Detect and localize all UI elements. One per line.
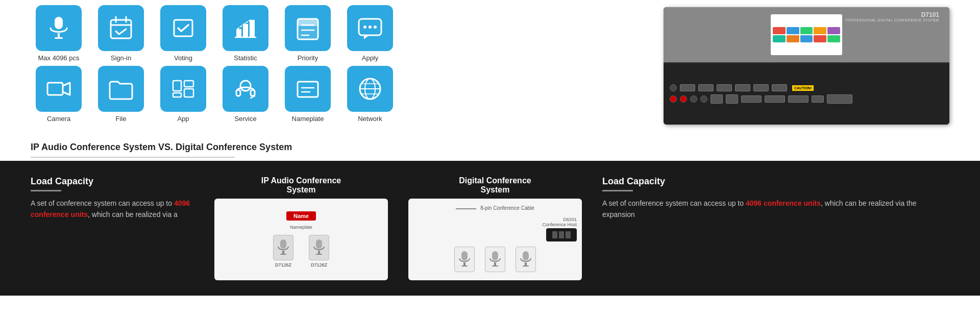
svg-rect-43 [316,239,322,249]
cable-row: 8-pin Conference Cable [456,205,534,213]
network-label: Network [358,115,382,123]
port-rca-4 [700,95,707,103]
comparison-title: IP Audio Conference System VS. Digital C… [31,142,949,153]
load-capacity-left-text: A set of conference system can access up… [31,198,194,221]
camera-icon-box [36,66,82,112]
bottom-section: Load Capacity A set of conference system… [0,161,980,296]
svg-rect-41 [282,251,284,254]
product-rear-panel: CAUTION! [664,63,949,125]
digital-mic-3-icon [516,247,536,272]
app-icon-box [160,66,206,112]
port-control [812,95,824,103]
port-gps [670,84,677,91]
host-area: D6201 Conference Host [413,217,577,241]
svg-rect-9 [243,24,248,37]
nameplate-icon-box [285,66,331,112]
digital-conference-mic-3-icon [519,250,533,269]
svg-rect-51 [492,265,498,266]
title-underline [31,157,235,158]
svg-rect-8 [236,29,241,37]
bar-chart-icon [232,15,259,41]
apply-label: Apply [362,54,379,62]
feature-apply: Apply [342,5,398,62]
digital-conference-mic-2-icon [488,250,502,269]
digital-mics-row [454,247,536,274]
chat-icon [357,15,383,41]
load-text-after: , which can be realized via a [88,210,178,219]
cable-line [456,208,476,209]
features-grid: Max 4096 pcs Sign-in [31,5,449,127]
load-capacity-right-underline [602,190,633,191]
conference-host-box [546,228,577,241]
app-label: App [177,115,189,123]
feature-row-2: Camera File [31,66,449,123]
svg-rect-49 [492,251,498,260]
service-icon-box [223,66,268,112]
nameplate-icon [295,76,321,102]
feature-voting: Voting [155,5,211,62]
port-ethernet-3 [788,95,808,103]
product-device-image: D7101 PROFESSIONAL DIGITAL CONFERENCE SY… [664,7,949,125]
device-1: D7126Z [273,235,293,268]
load-capacity-right: Load Capacity A set of conference system… [602,176,949,280]
voting-icon [170,15,197,41]
svg-rect-48 [461,265,468,266]
port-xlr-2 [726,94,738,104]
nameplate-label-small: Nameplate [290,225,312,230]
comparison-title-area: IP Audio Conference System VS. Digital C… [0,137,980,161]
load-text-before: A set of conference system can access up… [31,199,174,207]
port-hdmi-3 [717,84,732,91]
priority-icon [295,15,321,41]
camera-icon [45,76,72,102]
diagram-devices: D7126Z D7126Z [273,235,329,268]
svg-rect-40 [280,239,286,249]
port-rca-2 [680,95,687,103]
globe-icon [357,76,383,102]
digital-mic-1-icon [454,247,475,272]
svg-rect-54 [523,265,529,266]
product-image-area: D7101 PROFESSIONAL DIGITAL CONFERENCE SY… [643,5,949,127]
port-row-2 [670,94,943,104]
priority-icon-box [285,5,331,51]
svg-point-22 [374,26,377,29]
port-hdmi-1 [680,84,695,91]
top-section: Max 4096 pcs Sign-in [0,0,980,137]
feature-statistic: Statistic [217,5,274,62]
host-port-2 [559,231,564,238]
app-icon [170,76,197,102]
port-row-1: CAUTION! [670,84,943,91]
digital-conference-diagram: Digital Conference System 8-pin Conferen… [408,176,582,280]
svg-rect-32 [298,82,318,97]
svg-rect-10 [250,20,255,37]
svg-rect-3 [111,20,131,38]
nameplate-label: Nameplate [292,115,324,123]
port-rca-1 [670,95,677,103]
load-capacity-left: Load Capacity A set of conference system… [31,176,194,280]
feature-file: File [93,66,149,123]
digital-mic-2 [485,247,505,274]
nameplate-badge: Name [286,211,316,221]
feature-priority: Priority [280,5,336,62]
ip-audio-title: IP Audio Conference System [261,176,341,195]
device-2: D7126Z [309,235,329,268]
microphone-icon [45,15,72,41]
feature-row-1: Max 4096 pcs Sign-in [31,5,449,62]
file-icon-box [98,66,144,112]
svg-rect-46 [461,251,468,260]
host-port-1 [552,231,557,238]
service-label: Service [234,115,256,123]
svg-rect-25 [184,81,193,87]
cable-label: 8-pin Conference Cable [480,205,534,211]
mic-device-2 [309,235,329,260]
headset-icon [232,76,259,102]
load-capacity-left-title: Load Capacity [31,176,194,187]
feature-camera: Camera [31,66,87,123]
product-front-panel: D7101 PROFESSIONAL DIGITAL CONFERENCE SY… [664,7,949,63]
svg-rect-1 [58,33,60,37]
digital-conference-mic-1-icon [457,250,472,269]
statistic-label: Statistic [234,54,257,62]
voting-icon-box [160,5,206,51]
digital-mic-3 [516,247,536,274]
caution-label: CAUTION! [792,85,814,91]
feature-nameplate: Nameplate [280,66,336,123]
